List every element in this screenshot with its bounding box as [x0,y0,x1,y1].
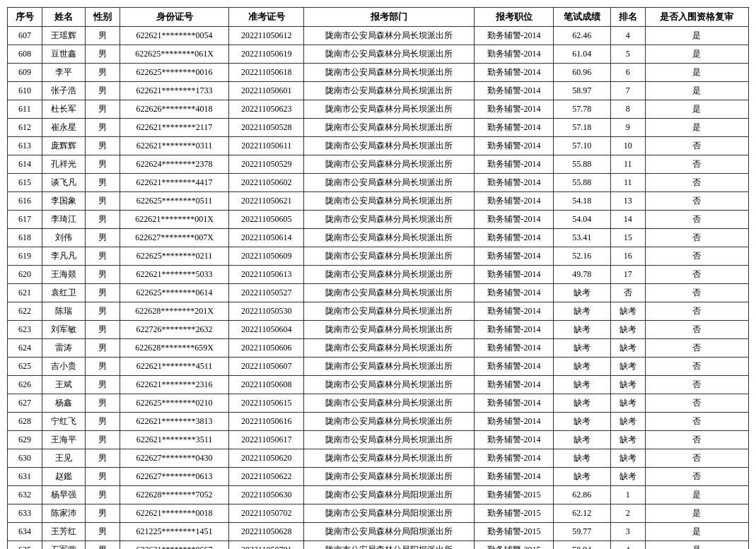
table-cell: 202211050630 [229,486,304,504]
table-cell: 陇南市公安局森林分局长坝派出所 [304,155,475,174]
table-cell: 陇南市公安局森林分局长坝派出所 [304,413,475,431]
table-cell: 202211050702 [229,504,304,523]
table-cell: 刘军敏 [42,321,85,339]
table-cell: 陇南市公安局森林分局阳坝派出所 [304,541,475,550]
table-cell: 616 [8,192,42,211]
table-cell: 17 [610,266,645,284]
table-cell: 缺考 [553,468,610,486]
table-cell: 李凡凡 [42,247,85,266]
table-cell: 630 [8,449,42,468]
table-cell: 61.04 [553,45,610,64]
table-cell: 202211050620 [229,449,304,468]
table-cell: 缺考 [610,339,645,358]
table-cell: 王见 [42,449,85,468]
table-cell: 是 [645,119,748,137]
table-cell: 622624********2378 [120,155,229,174]
table-cell: 陇南市公安局森林分局长坝派出所 [304,339,475,358]
table-cell: 10 [610,137,645,155]
table-cell: 勤务辅警-2014 [475,155,553,174]
table-cell: 62.46 [553,27,610,45]
table-cell: 陇南市公安局森林分局长坝派出所 [304,449,475,468]
table-cell: 是 [645,27,748,45]
table-cell: 勤务辅警-2014 [475,229,553,247]
table-cell: 57.10 [553,137,610,155]
table-cell: 男 [86,468,120,486]
table-cell: 缺考 [553,339,610,358]
table-row: 615谈飞凡男622621********4417202211050602陇南市… [8,174,749,192]
table-cell: 621 [8,284,42,302]
table-cell: 勤务辅警-2015 [475,523,553,541]
table-cell: 622621********4511 [120,358,229,376]
table-cell: 缺考 [553,394,610,413]
table-cell: 202211050619 [229,45,304,64]
table-cell: 陇南市公安局森林分局长坝派出所 [304,376,475,394]
table-cell: 男 [86,119,120,137]
table-cell: 王海燚 [42,266,85,284]
table-cell: 陇南市公安局森林分局长坝派出所 [304,45,475,64]
table-cell: 202211050602 [229,174,304,192]
table-cell: 4 [610,541,645,550]
table-cell: 202211050601 [229,82,304,100]
table-cell: 杨鑫 [42,394,85,413]
table-cell: 否 [645,302,748,321]
table-cell: 缺考 [610,321,645,339]
table-cell: 勤务辅警-2014 [475,339,553,358]
table-cell: 勤务辅警-2014 [475,119,553,137]
table-cell: 628 [8,413,42,431]
table-cell: 614 [8,155,42,174]
col-header-rank: 排名 [610,8,645,27]
table-cell: 缺考 [553,284,610,302]
table-cell: 625 [8,358,42,376]
table-cell: 202211050527 [229,284,304,302]
table-cell: 202211050622 [229,468,304,486]
table-cell: 杜长军 [42,100,85,119]
table-row: 632杨早强男622628********7052202211050630陇南市… [8,486,749,504]
table-cell: 202211050529 [229,155,304,174]
table-cell: 52.16 [553,247,610,266]
table-cell: 57.18 [553,119,610,137]
table-cell: 626 [8,376,42,394]
table-cell: 男 [86,431,120,449]
table-cell: 14 [610,211,645,229]
table-cell: 缺考 [553,321,610,339]
table-cell: 缺考 [553,449,610,468]
table-cell: 杨早强 [42,486,85,504]
table-cell: 否 [645,155,748,174]
table-cell: 是 [645,64,748,82]
table-cell: 610 [8,82,42,100]
table-cell: 宁红飞 [42,413,85,431]
table-cell: 607 [8,27,42,45]
table-cell: 否 [645,413,748,431]
table-cell: 庞辉辉 [42,137,85,155]
table-row: 613庞辉辉男622621********0311202211050611陇南市… [8,137,749,155]
table-cell: 王芳红 [42,523,85,541]
table-cell: 否 [645,449,748,468]
table-cell: 陇南市公安局森林分局长坝派出所 [304,64,475,82]
table-cell: 622621********0311 [120,137,229,155]
table-cell: 60.96 [553,64,610,82]
table-cell: 622621********1733 [120,82,229,100]
table-cell: 632 [8,486,42,504]
table-cell: 621225********1451 [120,523,229,541]
table-cell: 否 [645,394,748,413]
table-cell: 陇南市公安局森林分局长坝派出所 [304,192,475,211]
table-cell: 陇南市公安局森林分局长坝派出所 [304,284,475,302]
table-cell: 否 [645,284,748,302]
table-cell: 男 [86,211,120,229]
col-header-qualified: 是否入围资格复审 [645,8,748,27]
table-cell: 622621********4417 [120,174,229,192]
table-row: 612崔永星男622621********2117202211050528陇南市… [8,119,749,137]
table-cell: 622726********2632 [120,321,229,339]
table-cell: 2 [610,504,645,523]
table-cell: 55.88 [553,155,610,174]
table-cell: 202211050611 [229,137,304,155]
table-cell: 缺考 [553,413,610,431]
table-cell: 622627********0613 [120,468,229,486]
table-cell: 陇南市公安局森林分局长坝派出所 [304,394,475,413]
table-cell: 622627********0430 [120,449,229,468]
table-cell: 58.97 [553,82,610,100]
table-cell: 否 [645,339,748,358]
data-table: 序号 姓名 性别 身份证号 准考证号 报考部门 报考职位 笔试成绩 排名 是否入… [7,7,749,549]
table-cell: 男 [86,321,120,339]
col-header-exam-id: 准考证号 [229,8,304,27]
